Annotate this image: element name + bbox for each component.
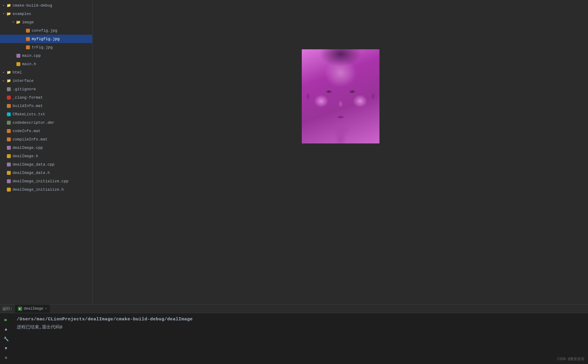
folder-icon: 📁	[6, 78, 11, 83]
tree-item-dealimage-h[interactable]: dealImage.h	[0, 152, 92, 160]
terminal-exit-message: 进程已结束,退出代码0	[17, 324, 583, 330]
tree-item-dealimage-cpp[interactable]: dealImage.cpp	[0, 143, 92, 152]
tree-item-label: examples	[13, 12, 31, 16]
folder-icon: 📁	[6, 3, 11, 8]
mat-file-icon	[6, 103, 11, 108]
tree-item-label: _clang-format	[13, 95, 43, 100]
jpg-file-icon	[25, 36, 30, 41]
yaml-file-icon	[6, 95, 11, 100]
cpp-file-icon	[16, 53, 21, 58]
cmake-file-icon	[6, 112, 11, 117]
tree-item-label: cmake-build-debug	[13, 3, 52, 8]
tree-item-dealimage-data-h[interactable]: dealImage_data.h	[0, 169, 92, 177]
run-tab[interactable]: ▶ dealImage ×	[15, 305, 50, 313]
run-label: 运行:	[2, 306, 13, 311]
h-file-icon	[16, 62, 21, 66]
tree-item-label: codedescriptor.dmr	[13, 120, 54, 125]
folder-icon: 📁	[6, 70, 11, 75]
tree-item-dealimage-init-cpp[interactable]: dealImage_initialize.cpp	[0, 177, 92, 185]
tree-item-label: dealImage.h	[13, 154, 38, 158]
tree-item-interface[interactable]: 📁 interface	[0, 77, 92, 85]
run-tab-label: dealImage	[24, 307, 43, 311]
tree-item-main-cpp[interactable]: main.cpp	[0, 51, 92, 60]
tree-item-compileinfo-mat[interactable]: compileInfo.mat	[0, 135, 92, 143]
mat-file-icon	[6, 137, 11, 142]
scroll-down-button[interactable]: ▼	[2, 344, 10, 353]
tree-item-myfigfig-jpg[interactable]: myfigfig.jpg	[0, 35, 92, 43]
tree-item-label: dealImage.cpp	[13, 146, 43, 150]
gitignore-file-icon	[6, 87, 11, 91]
tree-item-html[interactable]: 📁 html	[0, 68, 92, 77]
image-preview	[302, 49, 379, 143]
cpp-file-icon	[6, 162, 11, 167]
tree-item-label: CMakeLists.txt	[13, 112, 45, 117]
tree-item-label: codeInfo.mat	[13, 129, 41, 133]
tree-item-label: main.h	[22, 62, 36, 66]
folder-open-icon: 📂	[6, 11, 11, 16]
tree-item-label: compileInfo.mat	[13, 137, 48, 142]
tree-item-gitignore[interactable]: .gitignore	[0, 85, 92, 93]
terminal-main: ▶ ▲ 🔧 ▼ ≡ ⬇ /Users/mac/CLionProjects/dea…	[0, 313, 588, 364]
terminal-content: /Users/mac/CLionProjects/dealImage/cmake…	[12, 313, 588, 364]
cpp-file-icon	[6, 145, 11, 150]
tree-arrow	[1, 3, 6, 8]
dmr-file-icon	[6, 120, 11, 125]
cpp-file-icon	[6, 179, 11, 183]
tree-item-label: convfig.jpg	[32, 28, 57, 33]
tree-arrow	[1, 11, 6, 16]
scroll-up-button[interactable]: ▲	[2, 325, 10, 334]
tree-item-buildinfo-mat[interactable]: buildInfo.mat	[0, 102, 92, 110]
mat-file-icon	[6, 129, 11, 133]
jpg-file-icon	[25, 28, 30, 33]
face-overlay	[302, 49, 379, 143]
tree-item-label: dealImage_data.h	[13, 171, 50, 175]
h-file-icon	[6, 187, 11, 192]
tree-item-clang-format[interactable]: _clang-format	[0, 93, 92, 102]
tree-item-main-h[interactable]: main.h	[0, 60, 92, 68]
tree-arrow	[1, 78, 6, 83]
tree-item-label: image	[22, 20, 34, 25]
tree-item-label: myfigfig.jpg	[32, 37, 60, 41]
terminal-actions: ▶ ▲ 🔧 ▼ ≡ ⬇	[0, 313, 12, 364]
tree-item-codeinfo-mat[interactable]: codeInfo.mat	[0, 127, 92, 135]
tree-item-label: html	[13, 70, 22, 75]
bottom-tab-bar: 运行: ▶ dealImage ×	[0, 305, 588, 313]
h-file-icon	[6, 154, 11, 158]
tree-item-label: dealImage_initialize.cpp	[13, 179, 68, 183]
tree-item-label: trFig.jpg	[32, 45, 53, 50]
tree-item-trfig-jpg[interactable]: trFig.jpg	[0, 43, 92, 51]
tree-item-cmakelists[interactable]: CMakeLists.txt	[0, 110, 92, 118]
h-file-icon	[6, 170, 11, 175]
editor-area	[93, 0, 588, 304]
lines-button[interactable]: ≡	[2, 354, 10, 362]
tree-item-label: main.cpp	[22, 53, 41, 58]
watermark: CSDN @繁星蓝雨	[557, 357, 584, 362]
run-tab-close[interactable]: ×	[45, 307, 47, 311]
tree-item-label: dealImage_initialize.h	[13, 187, 64, 192]
main-area: 📁 cmake-build-debug 📂 examples 📂 image c…	[0, 0, 588, 304]
run-tab-icon: ▶	[18, 307, 22, 311]
tree-item-label: .gitignore	[13, 87, 36, 91]
terminal-path: /Users/mac/CLionProjects/dealImage/cmake…	[17, 317, 583, 322]
file-tree-sidebar[interactable]: 📁 cmake-build-debug 📂 examples 📂 image c…	[0, 0, 93, 304]
tree-item-convfig-jpg[interactable]: convfig.jpg	[0, 26, 92, 35]
folder-open-icon: 📂	[16, 20, 21, 25]
tree-item-cmake-build-debug[interactable]: 📁 cmake-build-debug	[0, 1, 92, 10]
tree-item-codedescriptor-dmr[interactable]: codedescriptor.dmr	[0, 118, 92, 127]
tree-item-label: buildInfo.mat	[13, 104, 43, 108]
bottom-panel: 运行: ▶ dealImage × ▶ ▲ 🔧 ▼ ≡ ⬇ /Users/mac…	[0, 304, 588, 364]
jpg-file-icon	[25, 45, 30, 50]
tree-item-dealimage-data-cpp[interactable]: dealImage_data.cpp	[0, 160, 92, 169]
face-image	[302, 49, 379, 143]
tree-arrow	[11, 20, 16, 25]
tree-item-label: interface	[13, 79, 33, 83]
tree-item-label: dealImage_data.cpp	[13, 162, 54, 167]
tree-arrow	[1, 70, 6, 75]
play-button[interactable]: ▶	[2, 316, 10, 324]
tree-item-examples[interactable]: 📂 examples	[0, 10, 92, 18]
tree-item-dealimage-init-h[interactable]: dealImage_initialize.h	[0, 185, 92, 194]
wrench-button[interactable]: 🔧	[2, 335, 10, 343]
tree-item-image[interactable]: 📂 image	[0, 18, 92, 26]
